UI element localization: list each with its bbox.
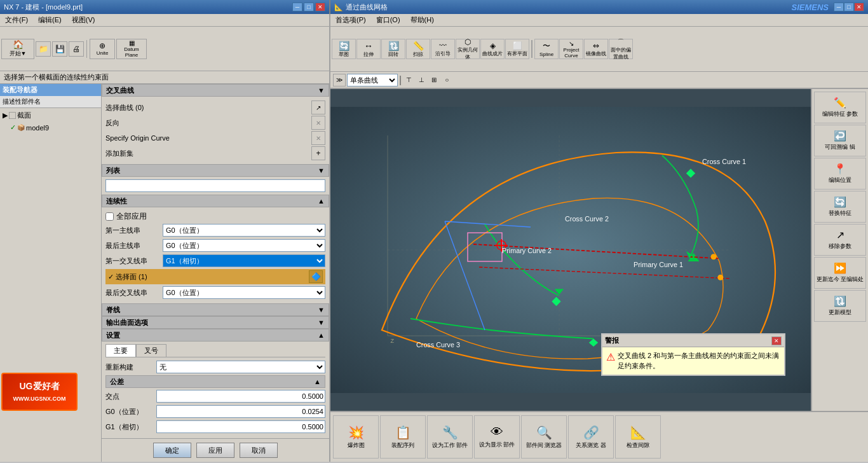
view-btn-2[interactable]: ⊥ (416, 74, 427, 86)
open-file-btn[interactable]: 📁 (36, 41, 51, 57)
unite-btn[interactable]: ⊕Unite (90, 39, 115, 59)
maximize-btn[interactable]: □ (304, 3, 314, 11)
first-primary-select[interactable]: G0（位置） (163, 224, 325, 237)
continuity-header[interactable]: 连续性 ▲ (102, 195, 329, 207)
tab-main[interactable]: 主要 (105, 344, 136, 357)
ok-button[interactable]: 确定 (153, 443, 191, 458)
tab-alias[interactable]: 叉号 (136, 344, 166, 357)
nav-item-section[interactable]: ▶ □ 截面 (0, 108, 101, 123)
add-set-btn[interactable]: + (311, 146, 325, 160)
warning-close-btn[interactable]: ✕ (771, 336, 782, 345)
menu-r-window[interactable]: 窗口(O) (374, 15, 403, 25)
rebuild-label: 重新构建 (105, 363, 156, 372)
set-workpart-btn[interactable]: 🔧 设为工作 部件 (427, 415, 473, 459)
toolbar-icon-4[interactable]: 📏扫掠 (406, 39, 430, 59)
toolbar-icon-6[interactable]: ⬡实例几何体 (456, 39, 480, 59)
select-face-row[interactable]: ✓ 选择面 (1) 🔷 (105, 269, 325, 284)
update-all-edit-btn[interactable]: ⏩ 更新迄今 至编辑处 (814, 257, 866, 289)
siemens-logo: SIEMENS (791, 3, 829, 12)
spline-btn[interactable]: 〜Spline (534, 39, 559, 59)
maximize-dialog-btn[interactable]: □ (844, 3, 854, 11)
save-btn[interactable]: 💾 (52, 41, 67, 57)
select-face-icon-btn[interactable]: 🔷 (309, 270, 323, 283)
select-curve-btn[interactable]: ↗ (311, 100, 325, 114)
menu-r-help[interactable]: 帮助(H) (408, 15, 437, 25)
cancel-button[interactable]: 取消 (240, 443, 278, 458)
start-btn[interactable]: 🏠 开始▼ (1, 39, 34, 59)
dialog-title-bar: 📐 通过曲线网格 SIEMENS ─ □ ✕ (330, 0, 868, 14)
rebuild-select[interactable]: 无 (156, 361, 325, 373)
explode-btn[interactable]: 💥 爆炸图 (333, 415, 379, 459)
close-app-btn[interactable]: ✕ (315, 3, 325, 11)
face-blend-btn[interactable]: ⌒面中的偏置曲线 (609, 39, 633, 59)
intersection-input[interactable] (156, 390, 325, 403)
g0-input[interactable] (156, 405, 325, 418)
bottom-bar: 💥 爆炸图 📋 装配序列 🔧 设为工作 部件 👁 设为显示 部件 🔍 部件间 测… (330, 411, 868, 462)
menu-r-file[interactable]: 首选项(P) (333, 15, 369, 25)
view-btn-1[interactable]: ⊤ (403, 74, 414, 86)
view-btn-3[interactable]: ⊞ (428, 74, 440, 86)
apply-all-row[interactable]: 全部应用 (105, 211, 325, 222)
relations-browser-btn[interactable]: 🔗 关系测览 器 (568, 415, 614, 459)
g1-input[interactable] (156, 420, 325, 433)
assembly-seq-btn[interactable]: 📋 装配序列 (380, 415, 426, 459)
replace-feature-btn[interactable]: 🔄 替换特征 (814, 191, 866, 223)
editable-edit-btn[interactable]: ↩️ 可回溯编 辑 (814, 125, 866, 156)
right-menu-bar: 首选项(P) 窗口(O) 帮助(H) (330, 14, 868, 26)
move-params-btn[interactable]: ↗ 移除参数 (814, 224, 866, 256)
toolbar-icon-1[interactable]: 🔄草图 (332, 39, 356, 59)
first-cross-label: 第一交叉线串 (105, 256, 163, 266)
check-clearance-btn[interactable]: 📐 检查间隙 (615, 415, 661, 459)
canvas-area[interactable]: Z X Cross Curve 1 Cross Curve 2 Primary … (330, 89, 811, 411)
display-as-btn[interactable]: 👁 设为显示 部件 (474, 415, 520, 459)
toolbar-icon-3[interactable]: 🔃回转 (381, 39, 405, 59)
curve-type-select[interactable]: 单条曲线 (347, 74, 398, 86)
print-btn[interactable]: 🖨 (69, 41, 84, 57)
mirror-curve-btn[interactable]: ⇔镜像曲线 (584, 39, 608, 59)
first-cross-select[interactable]: G1（相切） (163, 254, 325, 267)
reverse-btn[interactable]: ✕ (311, 116, 325, 130)
menu-view[interactable]: 视图(V) (69, 15, 98, 25)
reverse-label: 反向 (105, 118, 311, 128)
tolerance-header[interactable]: 公差 ▲ (105, 375, 325, 388)
edit-position-btn[interactable]: 📍 编辑位置 (814, 158, 866, 190)
view-btn-4[interactable]: ○ (441, 74, 452, 86)
close-dialog-btn[interactable]: ✕ (854, 3, 864, 11)
snap-toggle[interactable]: ≫ (333, 74, 346, 86)
right-side-panel: ✏️ 编辑特征 参数 ↩️ 可回溯编 辑 📍 编辑位置 🔄 替换特征 ↗ (811, 89, 868, 411)
minimize-dialog-btn[interactable]: ─ (834, 3, 844, 11)
left-toolbar: 🏠 开始▼ 📁 💾 🖨 ⊕Unite ▦DatumPlane (0, 27, 329, 71)
toolbar-icon-2[interactable]: ↔拉伸 (356, 39, 381, 59)
first-primary-label: 第一主线串 (105, 226, 163, 235)
intersection-label: 交点 (105, 392, 156, 401)
apply-button[interactable]: 应用 (196, 443, 234, 458)
rebuild-row: 重新构建 无 (105, 360, 325, 374)
nav-item-model9[interactable]: ✓ 📦 model9 (0, 123, 101, 132)
update-model-btn[interactable]: 🔃 更新模型 (814, 290, 866, 322)
menu-file[interactable]: 文件(F) (3, 15, 31, 25)
section-settings: 设置 ▲ 主要 叉号 重新构建 (102, 329, 329, 438)
find-component-btn[interactable]: 🔍 部件间 测览器 (521, 415, 567, 459)
toolbar-icon-7[interactable]: ◈曲线成片 (480, 39, 505, 59)
list-header[interactable]: 列表 ▼ (102, 164, 329, 177)
specify-origin-btn[interactable]: ✕ (311, 131, 325, 145)
apply-all-checkbox[interactable] (105, 212, 114, 221)
g1-row: G1（相切） (105, 420, 325, 434)
edit-feature-params-btn[interactable]: ✏️ 编辑特征 参数 (814, 92, 866, 123)
last-primary-select[interactable]: G0（位置） (163, 239, 325, 252)
collapse-list-icon: ▼ (318, 167, 325, 174)
project-curve-btn[interactable]: ↘Project Curve (559, 39, 583, 59)
datum-plane-btn[interactable]: ▦DatumPlane (116, 39, 147, 59)
collapse-cross-curve-icon: ▼ (318, 86, 325, 94)
output-header[interactable]: 输出曲面选项 ▼ (102, 316, 329, 329)
spine-header[interactable]: 脊线 ▼ (102, 303, 329, 316)
toolbar-icon-8[interactable]: ⬜有界平面 (505, 39, 529, 59)
minimize-btn[interactable]: ─ (292, 3, 302, 11)
collapse-tolerance-icon: ▲ (314, 378, 321, 385)
cross-curve-header[interactable]: 交叉曲线 ▼ (102, 84, 329, 97)
menu-edit[interactable]: 编辑(E) (36, 15, 64, 25)
settings-header[interactable]: 设置 ▲ (102, 329, 329, 342)
last-cross-select[interactable]: G0（位置） (163, 286, 325, 299)
toolbar-icon-5[interactable]: 〰沿引导 (431, 39, 455, 59)
dialog-scroll: 交叉曲线 ▼ 选择曲线 (0) ↗ 反向 ✕ (102, 84, 329, 438)
